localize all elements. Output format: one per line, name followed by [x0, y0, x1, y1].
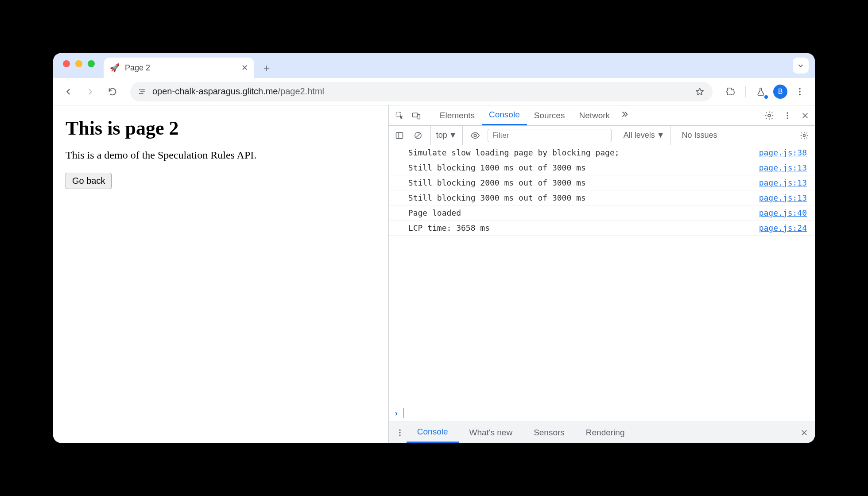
browser-window: 🚀 Page 2 ✕ ＋ open-chalk-asparagus.glitch…	[53, 53, 815, 443]
console-log-row: LCP time: 3658 mspage.js:24	[389, 221, 815, 236]
svg-point-18	[399, 429, 400, 430]
labs-button[interactable]	[752, 83, 770, 101]
avatar-letter: B	[778, 88, 783, 96]
browser-toolbar: open-chalk-asparagus.glitch.me/page2.htm…	[53, 78, 815, 105]
kebab-icon	[783, 111, 792, 120]
log-source-link[interactable]: page.js:13	[759, 178, 807, 187]
content-area: This is page 2 This is a demo of the Spe…	[53, 105, 815, 443]
kebab-icon	[395, 428, 404, 437]
svg-line-15	[416, 133, 420, 138]
console-log-row: Page loadedpage.js:40	[389, 205, 815, 221]
gear-icon	[764, 111, 774, 120]
inspect-element-button[interactable]	[392, 108, 407, 123]
drawer-tab-rendering[interactable]: Rendering	[575, 422, 636, 443]
drawer-close-button[interactable]	[798, 426, 810, 439]
drawer-tab-console[interactable]: Console	[407, 422, 459, 443]
log-source-link[interactable]: page.js:24	[759, 223, 807, 232]
eye-icon	[470, 131, 480, 140]
devtools-tab-sources[interactable]: Sources	[527, 105, 572, 125]
log-source-link[interactable]: page.js:13	[759, 163, 807, 172]
drawer-tab-sensors[interactable]: Sensors	[523, 422, 575, 443]
chevrons-right-icon	[620, 109, 629, 119]
maximize-window-button[interactable]	[88, 60, 95, 67]
log-source-link[interactable]: page.js:13	[759, 193, 807, 202]
issues-counter[interactable]: No Issues	[677, 131, 723, 140]
tab-title: Page 2	[125, 63, 236, 73]
svg-point-16	[474, 134, 477, 137]
address-bar[interactable]: open-chalk-asparagus.glitch.me/page2.htm…	[130, 82, 713, 101]
close-icon	[801, 112, 809, 120]
console-log-row: Still blocking 3000 ms out of 3000 mspag…	[389, 190, 815, 205]
log-source-link[interactable]: page.js:38	[759, 148, 807, 157]
execution-context-selector[interactable]: top ▼	[430, 126, 463, 145]
clear-console-button[interactable]	[412, 129, 424, 142]
url-text: open-chalk-asparagus.glitch.me/page2.htm…	[152, 86, 690, 97]
caret-down-icon: ▼	[449, 131, 457, 140]
arrow-left-icon	[63, 87, 73, 97]
console-log-row: Simulate slow loading page by blocking p…	[389, 145, 815, 160]
reload-button[interactable]	[104, 83, 121, 101]
device-toolbar-button[interactable]	[409, 108, 423, 123]
browser-tab[interactable]: 🚀 Page 2 ✕	[104, 58, 254, 78]
levels-label: All levels	[624, 131, 655, 140]
console-log-row: Still blocking 1000 ms out of 3000 mspag…	[389, 160, 815, 175]
svg-rect-12	[396, 132, 403, 138]
devtools-tabbar: Elements Console Sources Network	[389, 105, 815, 126]
devices-icon	[412, 111, 421, 120]
svg-point-8	[768, 114, 771, 117]
extensions-button[interactable]	[721, 83, 739, 101]
profile-avatar[interactable]: B	[773, 85, 787, 99]
site-info-icon[interactable]	[138, 87, 147, 96]
svg-point-11	[787, 117, 788, 119]
go-back-button[interactable]: Go back	[66, 173, 112, 189]
devtools-tabs-overflow[interactable]	[617, 105, 632, 123]
context-label: top	[436, 131, 447, 140]
favicon-icon: 🚀	[110, 63, 120, 73]
gear-icon	[800, 131, 809, 140]
minimize-window-button[interactable]	[75, 60, 82, 67]
svg-point-9	[787, 112, 788, 113]
close-icon	[800, 429, 808, 437]
toolbar-actions: B	[721, 83, 809, 101]
log-source-link[interactable]: page.js:40	[759, 208, 807, 217]
bookmark-button[interactable]	[695, 87, 705, 97]
live-expression-button[interactable]	[469, 129, 481, 142]
chrome-menu-button[interactable]	[791, 83, 809, 101]
devtools-tab-console[interactable]: Console	[482, 105, 527, 125]
star-icon	[695, 87, 705, 97]
devtools-settings-button[interactable]	[763, 109, 776, 122]
new-tab-button[interactable]: ＋	[258, 59, 275, 77]
reload-icon	[108, 87, 117, 97]
caret-down-icon: ▼	[657, 131, 665, 140]
devtools-menu-button[interactable]	[781, 109, 794, 122]
drawer-menu-button[interactable]	[393, 426, 407, 439]
svg-point-3	[799, 91, 801, 93]
close-tab-button[interactable]: ✕	[241, 63, 248, 73]
console-settings-button[interactable]	[798, 129, 810, 142]
devtools-tab-elements[interactable]: Elements	[433, 105, 482, 125]
log-message: Simulate slow loading page by blocking p…	[408, 148, 620, 157]
console-prompt[interactable]: ›	[389, 405, 815, 422]
console-log-list: Simulate slow loading page by blocking p…	[389, 145, 815, 405]
svg-point-10	[787, 115, 788, 116]
page-heading: This is page 2	[66, 117, 376, 140]
close-window-button[interactable]	[63, 60, 70, 67]
chevron-down-icon	[796, 61, 806, 70]
console-sidebar-toggle[interactable]	[393, 129, 406, 142]
devtools-drawer: Console What's new Sensors Rendering	[389, 422, 815, 443]
page-viewport: This is page 2 This is a demo of the Spe…	[53, 105, 388, 443]
log-levels-selector[interactable]: All levels ▼	[618, 126, 670, 145]
arrow-right-icon	[85, 87, 95, 97]
console-filter-input[interactable]	[488, 129, 612, 142]
tab-overflow-button[interactable]	[793, 58, 809, 74]
forward-button[interactable]	[81, 83, 99, 101]
drawer-tab-whatsnew[interactable]: What's new	[459, 422, 523, 443]
svg-point-2	[799, 88, 801, 89]
devtools-tab-network[interactable]: Network	[572, 105, 617, 125]
back-button[interactable]	[59, 83, 77, 101]
svg-point-4	[799, 93, 801, 95]
divider	[745, 86, 746, 97]
clear-icon	[414, 131, 422, 140]
devtools-close-button[interactable]	[799, 109, 811, 122]
log-message: Still blocking 2000 ms out of 3000 ms	[408, 178, 586, 187]
